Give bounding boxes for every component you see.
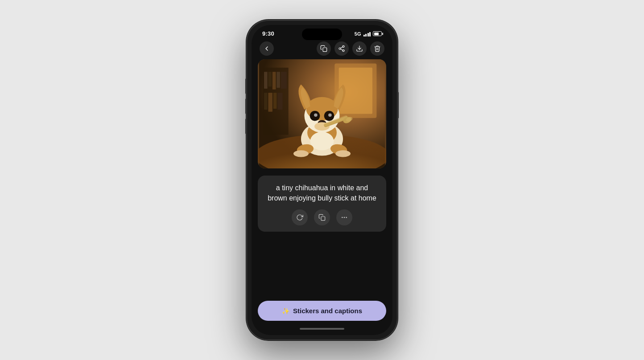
copy-button[interactable]: [317, 41, 331, 56]
share-icon: [338, 45, 345, 52]
more-options-button[interactable]: [336, 209, 352, 225]
svg-rect-0: [323, 48, 327, 52]
more-icon: [341, 214, 348, 221]
svg-rect-17: [273, 93, 277, 109]
caption-actions: [266, 209, 378, 225]
svg-rect-14: [281, 72, 287, 89]
svg-point-26: [293, 150, 309, 157]
content-area: a tiny chihuahua in white and brown enjo…: [252, 59, 392, 295]
download-button[interactable]: [352, 41, 367, 56]
home-bar: [300, 328, 344, 330]
caption-copy-button[interactable]: [314, 209, 330, 225]
status-time: 9:30: [262, 30, 274, 37]
dog-image: [258, 59, 386, 168]
battery-icon: [373, 31, 382, 36]
refresh-icon: [296, 214, 303, 221]
caption-copy-icon: [318, 214, 326, 221]
wand-icon: ✨: [282, 307, 289, 315]
copy-icon: [320, 45, 327, 52]
trash-icon: [374, 45, 381, 52]
svg-rect-12: [272, 72, 276, 90]
svg-rect-16: [268, 93, 272, 111]
top-bar: [252, 40, 392, 59]
svg-point-42: [344, 217, 344, 218]
dog-image-container: [258, 59, 386, 168]
phone-shell: 9:30 5G: [246, 20, 398, 340]
svg-point-43: [346, 217, 347, 218]
svg-point-23: [310, 132, 334, 150]
bar1: [363, 35, 365, 37]
chihuahua-svg: [258, 59, 386, 168]
caption-text: a tiny chihuahua in white and brown enjo…: [266, 183, 378, 203]
svg-rect-15: [264, 93, 268, 110]
top-actions: [317, 41, 384, 56]
home-indicator: [252, 323, 392, 335]
stickers-button-label: Stickers and captions: [293, 307, 362, 315]
share-button[interactable]: [334, 41, 349, 56]
battery-fill: [374, 33, 379, 35]
svg-line-4: [341, 49, 343, 50]
svg-point-33: [328, 113, 332, 117]
download-icon: [356, 45, 363, 52]
caption-card: a tiny chihuahua in white and brown enjo…: [258, 176, 386, 232]
svg-point-32: [314, 113, 318, 117]
svg-point-44: [342, 217, 343, 218]
svg-rect-18: [277, 93, 282, 110]
dynamic-island: [302, 29, 342, 40]
bar2: [365, 34, 367, 37]
signal-bars-icon: [363, 31, 371, 37]
bar4: [369, 32, 371, 37]
phone-device: 9:30 5G: [246, 20, 398, 340]
svg-line-5: [341, 47, 343, 48]
stickers-captions-button[interactable]: ✨ Stickers and captions: [258, 301, 386, 321]
back-icon: [263, 45, 270, 52]
network-indicator: 5G: [355, 31, 361, 37]
svg-rect-41: [321, 217, 325, 221]
phone-screen: 9:30 5G: [252, 25, 392, 335]
svg-rect-13: [277, 72, 280, 88]
back-button[interactable]: [260, 41, 274, 56]
svg-rect-11: [268, 72, 272, 86]
svg-rect-10: [264, 72, 268, 89]
regenerate-button[interactable]: [292, 209, 308, 225]
svg-point-27: [335, 150, 351, 157]
bar3: [367, 33, 369, 37]
status-icons: 5G: [355, 31, 382, 37]
delete-button[interactable]: [370, 41, 384, 56]
